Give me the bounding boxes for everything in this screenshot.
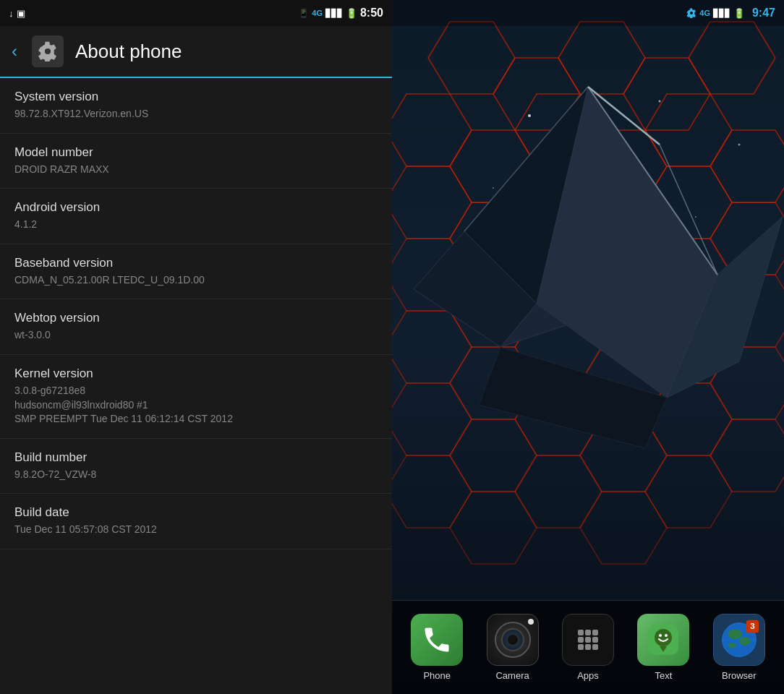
hex-grid-pattern bbox=[392, 0, 784, 694]
system-version-value: 98.72.8.XT912.Verizon.en.US bbox=[14, 107, 378, 121]
signal-bars-icon: ▊▊▊ bbox=[325, 9, 343, 18]
model-number-label: Model number bbox=[14, 145, 378, 160]
status-time-left: 8:50 bbox=[360, 7, 383, 20]
webtop-version-value: wt-3.0.0 bbox=[14, 328, 378, 343]
baseband-version-value: CDMA_N_05.21.00R LTEDC_U_09.1D.00 bbox=[14, 273, 378, 288]
baseband-version-label: Baseband version bbox=[14, 256, 378, 270]
apps-label: Apps bbox=[577, 670, 599, 681]
svg-point-68 bbox=[665, 634, 668, 637]
phone-app-icon bbox=[411, 614, 463, 666]
settings-gear-icon bbox=[32, 35, 64, 67]
dock-item-phone[interactable]: Phone bbox=[399, 614, 474, 681]
svg-point-74 bbox=[728, 643, 736, 648]
model-number-value: DROID RAZR MAXX bbox=[14, 163, 378, 177]
svg-rect-61 bbox=[592, 637, 598, 643]
text-app-icon bbox=[637, 614, 689, 666]
back-icon[interactable]: ‹ bbox=[12, 41, 17, 61]
lte-icon: 4G bbox=[312, 9, 323, 17]
apps-app-icon bbox=[562, 614, 614, 666]
svg-rect-60 bbox=[585, 637, 591, 643]
svg-point-51 bbox=[528, 114, 531, 117]
build-number-label: Build number bbox=[14, 450, 378, 465]
svg-text:3: 3 bbox=[750, 621, 755, 630]
dock-item-apps[interactable]: Apps bbox=[550, 614, 626, 681]
dock-item-text[interactable]: Text bbox=[626, 614, 701, 681]
apps-icon-wrapper bbox=[562, 614, 614, 666]
status-bar-right: 4G ▊▊▊ 🔋 9:47 bbox=[392, 0, 784, 26]
kernel-version-label: Kernel version bbox=[14, 367, 378, 381]
build-date-label: Build date bbox=[14, 505, 378, 520]
svg-rect-57 bbox=[585, 630, 591, 635]
build-date-value: Tue Dec 11 05:57:08 CST 2012 bbox=[14, 523, 378, 537]
camera-label: Camera bbox=[495, 670, 529, 681]
phone-label: Phone bbox=[423, 670, 451, 681]
right-system-icons: 4G ▊▊▊ 🔋 9:47 bbox=[686, 7, 775, 20]
battery-right-icon: 🔋 bbox=[733, 8, 745, 19]
kernel-version-value: 3.0.8-g67218e8 hudsoncm@il93lnxdroid80 #… bbox=[14, 384, 378, 427]
battery-icon: 🔋 bbox=[346, 8, 357, 19]
browser-icon-wrapper: 3 bbox=[713, 614, 765, 666]
download-icon: ↓ bbox=[9, 8, 14, 19]
svg-point-67 bbox=[659, 634, 662, 637]
android-version-label: Android version bbox=[14, 200, 378, 215]
list-item-build-date[interactable]: Build date Tue Dec 11 05:57:08 CST 2012 bbox=[0, 494, 392, 549]
webtop-version-label: Webtop version bbox=[14, 311, 378, 325]
sim-icon: 📱 bbox=[299, 9, 309, 18]
home-screen: 4G ▊▊▊ 🔋 9:47 Phone bbox=[392, 0, 784, 694]
wallpaper bbox=[392, 0, 784, 694]
svg-point-72 bbox=[728, 629, 741, 639]
text-label: Text bbox=[655, 670, 673, 681]
about-phone-screen: ↓ ▣ 📱 4G ▊▊▊ 🔋 8:50 ‹ About phone System… bbox=[0, 0, 392, 694]
list-item-build-number[interactable]: Build number 9.8.2O-72_VZW-8 bbox=[0, 439, 392, 494]
page-title: About phone bbox=[75, 40, 182, 63]
signal-right-icon: ▊▊▊ bbox=[713, 9, 730, 18]
text-icon-wrapper bbox=[637, 614, 689, 666]
svg-rect-62 bbox=[578, 644, 584, 650]
svg-rect-56 bbox=[578, 630, 584, 635]
browser-app-icon: 3 bbox=[713, 614, 765, 666]
settings-circle-icon bbox=[686, 8, 696, 18]
camera-icon-wrapper bbox=[487, 614, 539, 666]
svg-point-53 bbox=[738, 144, 741, 146]
svg-point-66 bbox=[655, 629, 672, 646]
svg-rect-59 bbox=[578, 637, 584, 643]
svg-point-55 bbox=[695, 216, 696, 218]
camera-app-icon bbox=[487, 614, 539, 666]
svg-point-52 bbox=[659, 100, 661, 103]
list-item-kernel-version[interactable]: Kernel version 3.0.8-g67218e8 hudsoncm@i… bbox=[0, 355, 392, 439]
lte-right-icon: 4G bbox=[699, 9, 710, 17]
android-version-value: 4.1.2 bbox=[14, 218, 378, 232]
svg-point-73 bbox=[739, 637, 751, 646]
about-info-list: System version 98.72.8.XT912.Verizon.en.… bbox=[0, 78, 392, 694]
box-icon: ▣ bbox=[17, 8, 25, 19]
status-time-right: 9:47 bbox=[752, 7, 775, 20]
list-item-webtop-version[interactable]: Webtop version wt-3.0.0 bbox=[0, 299, 392, 355]
list-item-baseband-version[interactable]: Baseband version CDMA_N_05.21.00R LTEDC_… bbox=[0, 244, 392, 300]
svg-point-54 bbox=[493, 187, 494, 189]
app-dock: Phone Camera bbox=[392, 600, 784, 694]
status-bar-left: ↓ ▣ 📱 4G ▊▊▊ 🔋 8:50 bbox=[0, 0, 392, 26]
list-item-system-version[interactable]: System version 98.72.8.XT912.Verizon.en.… bbox=[0, 78, 392, 134]
svg-rect-64 bbox=[592, 644, 598, 650]
notification-icons: ↓ ▣ bbox=[9, 8, 25, 19]
about-phone-header: ‹ About phone bbox=[0, 26, 392, 78]
svg-rect-63 bbox=[585, 644, 591, 650]
list-item-android-version[interactable]: Android version 4.1.2 bbox=[0, 189, 392, 244]
browser-label: Browser bbox=[722, 670, 757, 681]
system-version-label: System version bbox=[14, 90, 378, 104]
list-item-model-number[interactable]: Model number DROID RAZR MAXX bbox=[0, 134, 392, 189]
system-icons: 📱 4G ▊▊▊ 🔋 8:50 bbox=[299, 7, 383, 20]
svg-rect-58 bbox=[592, 630, 598, 635]
dock-item-camera[interactable]: Camera bbox=[474, 614, 550, 681]
phone-icon-wrapper bbox=[411, 614, 463, 666]
dock-item-browser[interactable]: 3 Browser bbox=[702, 614, 777, 681]
build-number-value: 9.8.2O-72_VZW-8 bbox=[14, 468, 378, 482]
